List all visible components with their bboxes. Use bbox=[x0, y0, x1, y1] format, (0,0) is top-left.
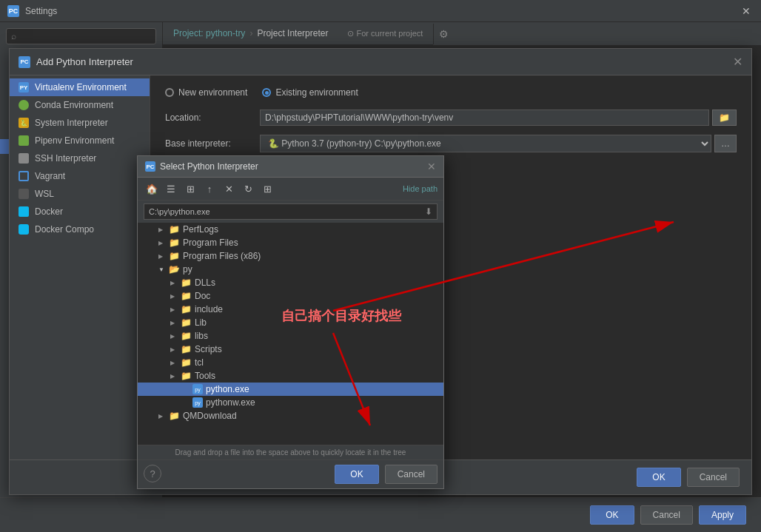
existing-env-tab[interactable]: Existing environment bbox=[262, 87, 358, 98]
tree-item-label: tcl bbox=[195, 357, 204, 368]
interp-option-docker-compose[interactable]: Docker Compo bbox=[10, 220, 150, 238]
modal-header-icon: PC bbox=[19, 56, 30, 68]
interp-option-virtualenv[interactable]: PY Virtualenv Environment bbox=[10, 78, 150, 96]
tree-item-doc[interactable]: ▶ 📁 Doc bbox=[138, 289, 443, 303]
tree-item-program-files[interactable]: ▶ 📁 Program Files bbox=[138, 236, 443, 249]
file-path-input[interactable] bbox=[144, 205, 420, 218]
tree-item-label: python.exe bbox=[206, 384, 249, 394]
interp-label: Virtualenv Environment bbox=[35, 82, 127, 92]
tree-expand-icon: ▶ bbox=[170, 306, 178, 313]
tree-item-label: QMDownload bbox=[183, 411, 237, 421]
header-bar: Project: python-try › Project Interprete… bbox=[163, 22, 761, 46]
modal-close-button[interactable]: ✕ bbox=[733, 55, 742, 69]
tree-item-label: Tools bbox=[195, 371, 215, 381]
settings-gear-button[interactable]: ⚙ bbox=[433, 24, 454, 44]
interp-option-ssh[interactable]: SSH Interpreter bbox=[10, 149, 150, 167]
location-browse-button[interactable]: 📁 bbox=[712, 110, 737, 126]
base-interp-label: Base interpreter: bbox=[165, 138, 254, 149]
tree-item-scripts[interactable]: ▶ 📁 Scripts bbox=[138, 343, 443, 356]
tree-expand-icon: ▶ bbox=[170, 360, 178, 366]
file-tree[interactable]: ▶ 📁 PerfLogs ▶ 📁 Program Files ▶ 📁 Progr… bbox=[138, 223, 443, 445]
tree-item-lib[interactable]: ▶ 📁 Lib bbox=[138, 316, 443, 329]
tree-item-label: Program Files (x86) bbox=[183, 251, 261, 261]
toolbar-up-button[interactable]: ↑ bbox=[201, 181, 218, 197]
toolbar-refresh-button[interactable]: ↻ bbox=[240, 181, 256, 197]
window-close-button[interactable]: ✕ bbox=[739, 4, 754, 18]
interp-label: Docker Compo bbox=[35, 224, 94, 235]
file-dialog-ok-button[interactable]: OK bbox=[335, 465, 378, 484]
toolbar-home-button[interactable]: 🏠 bbox=[144, 181, 160, 197]
search-input[interactable] bbox=[11, 31, 151, 41]
tree-item-label: Scripts bbox=[195, 344, 222, 354]
folder-icon: 📁 bbox=[169, 251, 180, 261]
tree-expand-icon: ▶ bbox=[158, 253, 166, 260]
settings-apply-button[interactable]: Apply bbox=[699, 505, 746, 525]
file-dialog-hint: Drag and drop a file into the space abov… bbox=[138, 445, 443, 459]
tree-item-python-exe[interactable]: ▶ py python.exe bbox=[138, 383, 443, 396]
tree-expand-icon: ▶ bbox=[170, 346, 178, 353]
location-input[interactable] bbox=[260, 110, 709, 126]
tree-item-py[interactable]: ▼ 📂 py bbox=[138, 263, 443, 276]
file-dialog-icon: PC bbox=[145, 161, 155, 172]
tree-item-label: pythonw.exe bbox=[206, 397, 255, 408]
hide-path-button[interactable]: Hide path bbox=[403, 184, 438, 193]
tree-item-label: Doc bbox=[195, 291, 210, 301]
file-dialog-header: PC Select Python Interpreter ✕ bbox=[138, 156, 443, 178]
dialog-help-button[interactable]: ? bbox=[144, 465, 161, 482]
tree-item-libs[interactable]: ▶ 📁 libs bbox=[138, 329, 443, 343]
interp-option-wsl[interactable]: WSL bbox=[10, 185, 150, 203]
interp-label: WSL bbox=[35, 189, 54, 199]
tree-item-dlls[interactable]: ▶ 📁 DLLs bbox=[138, 276, 443, 289]
base-interpreter-row: Base interpreter: 🐍 Python 3.7 (python-t… bbox=[165, 135, 737, 152]
tree-item-qmdownload[interactable]: ▶ 📁 QMDownload bbox=[138, 409, 443, 422]
file-dialog-cancel-button[interactable]: Cancel bbox=[385, 465, 438, 484]
tree-item-label: DLLs bbox=[195, 277, 215, 288]
toolbar-delete-button[interactable]: ✕ bbox=[221, 181, 237, 197]
select-interpreter-dialog: PC Select Python Interpreter ✕ 🏠 ☰ ⊞ ↑ ✕… bbox=[137, 155, 444, 489]
file-dialog-buttons: ? OK Cancel bbox=[138, 459, 443, 488]
base-interp-browse-button[interactable]: … bbox=[714, 135, 737, 152]
tree-item-perflogs[interactable]: ▶ 📁 PerfLogs bbox=[138, 223, 443, 236]
interp-option-docker[interactable]: Docker bbox=[10, 203, 150, 220]
wsl-icon bbox=[19, 189, 29, 199]
pythonw-exe-icon: py bbox=[192, 397, 203, 408]
system-icon: 🐍 bbox=[19, 118, 29, 128]
interp-option-pipenv[interactable]: Pipenv Environment bbox=[10, 132, 150, 149]
toolbar-link-button[interactable]: ⊞ bbox=[259, 181, 275, 197]
new-env-radio[interactable] bbox=[165, 88, 174, 97]
toolbar-list-button[interactable]: ☰ bbox=[163, 181, 179, 197]
hint-text: Drag and drop a file into the space abov… bbox=[175, 448, 406, 457]
toolbar-grid-button[interactable]: ⊞ bbox=[182, 181, 198, 197]
modal-cancel-button[interactable]: Cancel bbox=[687, 468, 740, 487]
file-dialog-close-button[interactable]: ✕ bbox=[427, 161, 436, 172]
breadcrumb-project[interactable]: Project: python-try bbox=[173, 28, 245, 38]
interp-option-system[interactable]: 🐍 System Interpreter bbox=[10, 114, 150, 132]
tree-item-tools[interactable]: ▶ 📁 Tools bbox=[138, 369, 443, 383]
settings-cancel-button[interactable]: Cancel bbox=[640, 505, 693, 525]
interp-label: Docker bbox=[35, 206, 63, 217]
window-title: Settings bbox=[25, 6, 739, 16]
file-path-download-button[interactable]: ⬇ bbox=[420, 204, 437, 219]
tree-item-tcl[interactable]: ▶ 📁 tcl bbox=[138, 356, 443, 369]
folder-icon: 📁 bbox=[169, 224, 180, 235]
tree-item-program-files-x86[interactable]: ▶ 📁 Program Files (x86) bbox=[138, 249, 443, 263]
ssh-icon bbox=[19, 153, 29, 164]
location-row: Location: 📁 bbox=[165, 110, 737, 126]
tree-item-pythonw-exe[interactable]: ▶ py pythonw.exe bbox=[138, 396, 443, 409]
base-interp-input-wrap: 🐍 Python 3.7 (python-try) C:\py\python.e… bbox=[260, 135, 737, 152]
existing-env-radio[interactable] bbox=[262, 88, 271, 97]
tree-expand-icon: ▼ bbox=[158, 266, 166, 273]
settings-ok-button[interactable]: OK bbox=[590, 505, 634, 525]
tree-item-label: Lib bbox=[195, 317, 207, 328]
tree-item-include[interactable]: ▶ 📁 include bbox=[138, 303, 443, 316]
sidebar-search[interactable] bbox=[6, 28, 156, 44]
base-interp-select[interactable]: 🐍 Python 3.7 (python-try) C:\py\python.e… bbox=[260, 135, 711, 152]
interp-option-conda[interactable]: Conda Environment bbox=[10, 96, 150, 114]
folder-icon: 📂 bbox=[169, 264, 180, 275]
modal-ok-button[interactable]: OK bbox=[637, 468, 680, 487]
interp-option-vagrant[interactable]: Vagrant bbox=[10, 167, 150, 185]
location-input-wrap: 📁 bbox=[260, 110, 737, 126]
new-env-tab[interactable]: New environment bbox=[165, 87, 247, 98]
interp-label: Vagrant bbox=[35, 171, 65, 181]
folder-icon: 📁 bbox=[181, 277, 192, 288]
